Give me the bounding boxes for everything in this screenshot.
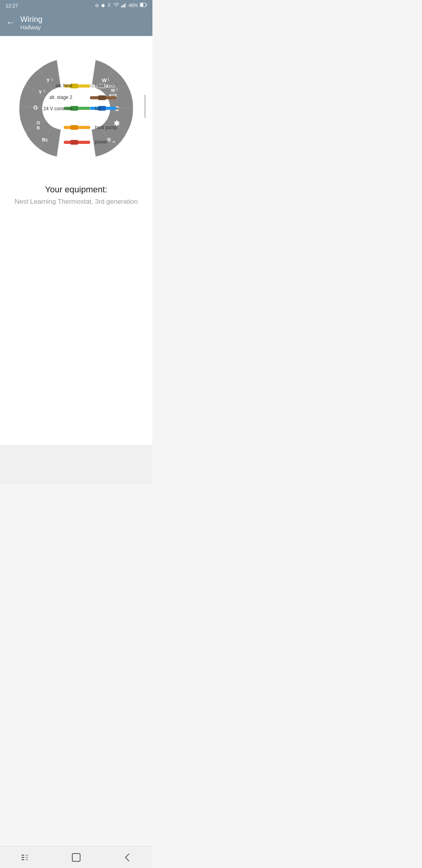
svg-rect-3 [125, 3, 126, 7]
play-icon: ⏺ [101, 3, 106, 8]
svg-text:R: R [107, 137, 111, 143]
main-content: Y 1 Y 2 G O B Rc [0, 36, 152, 289]
signal-icon [121, 3, 127, 9]
wifi-icon [113, 3, 119, 9]
dots-icon: ⠿ [107, 3, 111, 8]
svg-rect-2 [124, 4, 125, 7]
svg-text:G: G [33, 104, 38, 111]
wiring-svg: Y 1 Y 2 G O B Rc [6, 48, 147, 169]
header-title: Wiring [20, 15, 43, 24]
equipment-section: Your equipment: Nest Learning Thermostat… [7, 185, 145, 206]
svg-text:1: 1 [51, 77, 53, 81]
svg-rect-0 [121, 6, 122, 7]
svg-rect-39 [98, 95, 106, 100]
svg-text:heat / cool: heat / cool [95, 83, 116, 88]
svg-text:fan: fan [95, 106, 102, 111]
back-button[interactable]: ← [6, 18, 15, 27]
svg-text:1: 1 [107, 77, 109, 81]
battery-icon [140, 3, 147, 8]
status-bar: 12:27 ⊖ ⏺ ⠿ 46% [0, 0, 152, 11]
header-title-block: Wiring Hallway [20, 15, 43, 30]
svg-rect-5 [141, 4, 143, 7]
svg-text:W: W [111, 88, 115, 93]
battery-percentage: 46% [129, 3, 138, 8]
wiring-diagram: Y 1 Y 2 G O B Rc [0, 48, 152, 169]
svg-text:alt. stage 2: alt. stage 2 [49, 95, 72, 100]
svg-rect-33 [70, 125, 78, 130]
minus-circle-icon: ⊖ [95, 3, 99, 8]
svg-rect-6 [146, 4, 147, 6]
header-subtitle: Hallway [20, 24, 43, 30]
status-icons: ⊖ ⏺ ⠿ 46% [95, 3, 147, 9]
svg-text:Y: Y [46, 77, 50, 83]
equipment-description: Nest Learning Thermostat, 3rd generation [14, 198, 138, 206]
svg-text:Rc: Rc [42, 137, 48, 143]
svg-text:Y: Y [39, 89, 42, 95]
svg-rect-1 [122, 5, 123, 7]
content-spacer [0, 289, 152, 445]
header: ← Wiring Hallway [0, 11, 152, 36]
svg-text:W: W [102, 77, 107, 83]
status-time: 12:27 [5, 3, 18, 9]
svg-text:H: H [113, 140, 115, 144]
svg-text:O: O [37, 120, 40, 125]
svg-rect-49 [144, 95, 146, 118]
svg-text:2: 2 [43, 89, 45, 93]
svg-text:heat pump: heat pump [95, 125, 117, 130]
svg-text:24 V common: 24 V common [43, 106, 72, 111]
svg-text:power: power [95, 139, 108, 145]
equipment-title: Your equipment: [14, 185, 138, 195]
svg-text:B: B [37, 126, 40, 130]
svg-rect-35 [70, 140, 78, 145]
svg-text:alt. heat: alt. heat [55, 83, 72, 88]
bottom-spacer [0, 445, 152, 484]
